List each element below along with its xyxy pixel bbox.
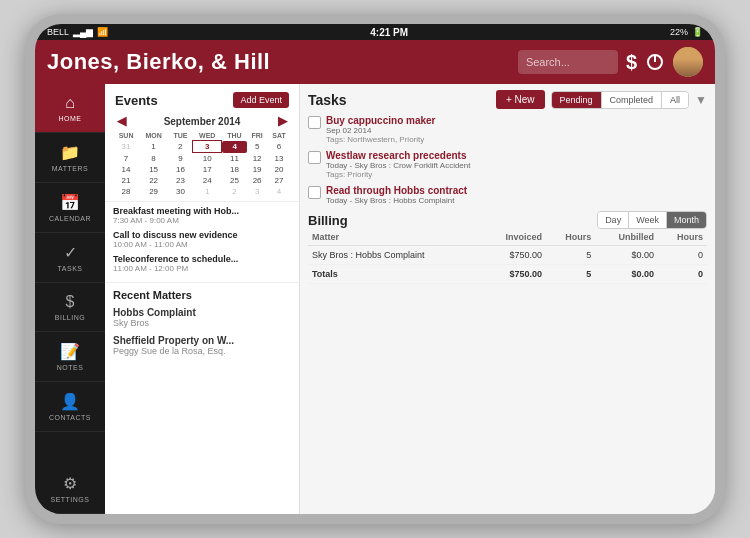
cal-cell[interactable]: 28	[113, 186, 139, 197]
sidebar-item-notes[interactable]: 📝 NOTES	[35, 332, 105, 382]
cal-cell[interactable]: 29	[139, 186, 168, 197]
billing-tab-day[interactable]: Day	[598, 212, 629, 228]
cal-cell[interactable]: 13	[267, 153, 291, 165]
tasks-icon: ✓	[64, 243, 77, 262]
cal-cell[interactable]: 27	[267, 175, 291, 186]
cal-cell[interactable]: 24	[193, 175, 222, 186]
task-name-3[interactable]: Read through Hobbs contract	[326, 185, 467, 196]
cal-cell[interactable]: 19	[247, 164, 267, 175]
cal-cell[interactable]: 11	[222, 153, 247, 165]
task-checkbox-2[interactable]	[308, 151, 321, 164]
cal-cell[interactable]: 14	[113, 164, 139, 175]
billing-hours-1: 5	[546, 246, 595, 265]
tab-completed[interactable]: Completed	[602, 92, 663, 108]
event-title-3: Teleconference to schedule...	[113, 254, 291, 264]
cal-cell[interactable]: 17	[193, 164, 222, 175]
cal-header-sat: SAT	[267, 131, 291, 141]
task-name-1[interactable]: Buy cappuccino maker	[326, 115, 435, 126]
cal-cell[interactable]: 10	[193, 153, 222, 165]
sidebar-item-matters[interactable]: 📁 MATTERS	[35, 133, 105, 183]
billing-section: Billing Day Week Month Matter Invoiced	[308, 211, 707, 284]
billing-col-hours: Hours	[546, 229, 595, 246]
sidebar-item-billing[interactable]: $ BILLING	[35, 283, 105, 332]
tasks-header: Tasks + New Pending Completed All ▼	[308, 90, 707, 109]
tab-all[interactable]: All	[662, 92, 688, 108]
recent-matters-title: Recent Matters	[113, 289, 291, 301]
events-header: Events Add Event	[105, 84, 299, 112]
sidebar-item-tasks[interactable]: ✓ TASKS	[35, 233, 105, 283]
cal-cell[interactable]: 23	[168, 175, 193, 186]
task-name-2[interactable]: Westlaw research precedents	[326, 150, 471, 161]
task-date-3: Today - Sky Bros : Hobbs Complaint	[326, 196, 467, 205]
cal-cell[interactable]: 5	[247, 141, 267, 153]
sidebar-label-home: HOME	[59, 115, 82, 122]
cal-cell[interactable]: 6	[267, 141, 291, 153]
matter-item-1[interactable]: Hobbs Complaint Sky Bros	[113, 307, 291, 328]
cal-cell[interactable]: 1	[139, 141, 168, 153]
sidebar-item-calendar[interactable]: 📅 CALENDAR	[35, 183, 105, 233]
right-panel: Tasks + New Pending Completed All ▼ Buy …	[300, 84, 715, 514]
cal-cell[interactable]: 30	[168, 186, 193, 197]
cal-cell[interactable]: 4	[222, 141, 247, 153]
cal-cell[interactable]: 15	[139, 164, 168, 175]
calendar-next-button[interactable]: ▶	[274, 114, 291, 128]
dollar-icon[interactable]: $	[626, 51, 637, 74]
task-item-3: Read through Hobbs contract Today - Sky …	[308, 185, 707, 205]
task-date-1: Sep 02 2014	[326, 126, 435, 135]
cal-cell[interactable]: 20	[267, 164, 291, 175]
avatar[interactable]	[673, 47, 703, 77]
tablet-side-button[interactable]	[715, 254, 719, 284]
filter-icon[interactable]: ▼	[695, 93, 707, 107]
task-content-2: Westlaw research precedents Today - Sky …	[326, 150, 471, 179]
calendar-icon: 📅	[60, 193, 80, 212]
cal-cell[interactable]: 18	[222, 164, 247, 175]
cal-cell[interactable]: 31	[113, 141, 139, 153]
cal-cell[interactable]: 16	[168, 164, 193, 175]
event-title-1: Breakfast meeting with Hob...	[113, 206, 291, 216]
sidebar-item-home[interactable]: ⌂ HOME	[35, 84, 105, 133]
event-item-1[interactable]: Breakfast meeting with Hob... 7:30 AM - …	[113, 206, 291, 225]
power-icon[interactable]	[645, 52, 665, 72]
cal-cell[interactable]: 4	[267, 186, 291, 197]
cal-cell[interactable]: 3	[247, 186, 267, 197]
status-bar-time: 4:21 PM	[370, 27, 408, 38]
matter-client-1: Sky Bros	[113, 318, 291, 328]
event-item-2[interactable]: Call to discuss new evidence 10:00 AM - …	[113, 230, 291, 249]
billing-tab-group: Day Week Month	[597, 211, 707, 229]
calendar-grid: SUN MON TUE WED THU FRI SAT 311234567891…	[113, 131, 291, 197]
billing-totals-label: Totals	[308, 265, 482, 284]
sidebar-item-contacts[interactable]: 👤 CONTACTS	[35, 382, 105, 432]
cal-cell[interactable]: 2	[222, 186, 247, 197]
cal-cell[interactable]: 1	[193, 186, 222, 197]
tab-pending[interactable]: Pending	[552, 92, 602, 108]
calendar-prev-button[interactable]: ◀	[113, 114, 130, 128]
billing-row-1[interactable]: Sky Bros : Hobbs Complaint $750.00 5 $0.…	[308, 246, 707, 265]
cal-cell[interactable]: 8	[139, 153, 168, 165]
cal-cell[interactable]: 21	[113, 175, 139, 186]
cal-cell[interactable]: 12	[247, 153, 267, 165]
cal-cell[interactable]: 25	[222, 175, 247, 186]
cal-header-wed: WED	[193, 131, 222, 141]
event-item-3[interactable]: Teleconference to schedule... 11:00 AM -…	[113, 254, 291, 273]
sidebar-label-tasks: TASKS	[58, 265, 83, 272]
cal-cell[interactable]: 26	[247, 175, 267, 186]
header: Jones, Bierko, & Hill $	[35, 40, 715, 84]
cal-cell[interactable]: 3	[193, 141, 222, 153]
sidebar-item-settings[interactable]: ⚙ SETTINGS	[35, 464, 105, 514]
new-task-button[interactable]: + New	[496, 90, 545, 109]
task-checkbox-1[interactable]	[308, 116, 321, 129]
carrier-label: BELL	[47, 27, 69, 37]
task-item-2: Westlaw research precedents Today - Sky …	[308, 150, 707, 179]
cal-cell[interactable]: 2	[168, 141, 193, 153]
cal-header-thu: THU	[222, 131, 247, 141]
task-checkbox-3[interactable]	[308, 186, 321, 199]
billing-table: Matter Invoiced Hours Unbilled Hours Sky…	[308, 229, 707, 284]
matter-item-2[interactable]: Sheffield Property on W... Peggy Sue de …	[113, 335, 291, 356]
billing-tab-week[interactable]: Week	[629, 212, 667, 228]
billing-tab-month[interactable]: Month	[667, 212, 706, 228]
cal-cell[interactable]: 9	[168, 153, 193, 165]
cal-cell[interactable]: 7	[113, 153, 139, 165]
add-event-button[interactable]: Add Event	[233, 92, 289, 108]
search-input[interactable]	[518, 50, 618, 74]
cal-cell[interactable]: 22	[139, 175, 168, 186]
